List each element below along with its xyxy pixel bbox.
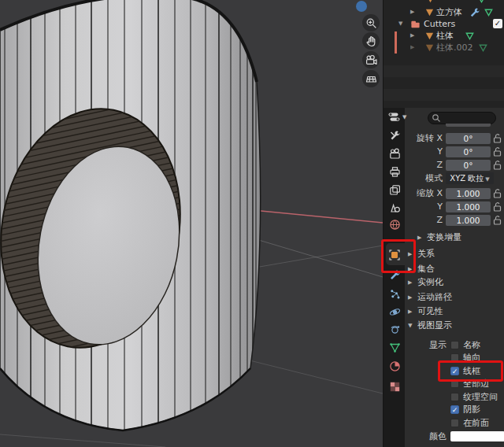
expand-arrow-icon[interactable]: ▶ [410,6,414,18]
exclude-checkbox[interactable]: ✓ [493,19,502,28]
properties-editor: ▼ 旋转 X 0° Y 0° Z 0° 模式 XYZ 欧拉▼ 缩放 X 1.00… [384,108,504,447]
object-name[interactable]: 立方体 [436,6,462,18]
object-name[interactable]: 柱体.002 [436,42,473,54]
all-edges-checkbox[interactable] [450,379,459,388]
outliner-row-partial[interactable] [384,0,504,5]
outliner: ▶ 立方体 ▼ Cutters ✓ ▶ 柱体 [384,0,504,108]
rotation-x-label: 旋转 X [384,133,443,144]
outliner-row-cutters[interactable]: ▼ Cutters ✓ [384,18,504,30]
scale-y-label: Y [384,201,443,212]
mesh-object-icon [424,42,435,53]
display-row-all-edges: 全部边 [384,378,504,390]
in-front-checkbox[interactable] [450,419,459,427]
display-row-name: 显示 名称 [384,339,504,352]
right-panel-column: ▶ 立方体 ▼ Cutters ✓ ▶ 柱体 [383,0,504,447]
modifier-wrench-icon[interactable] [469,7,480,17]
properties-editor-icon [387,111,402,124]
panel-instancing[interactable]: ▶实例化 [384,276,504,289]
panel-arrow-icon: ▶ [417,231,421,244]
display-row-texture-space: 纹理空间 [384,391,504,404]
scale-z-label: Z [384,215,443,226]
rotation-z-label: Z [384,160,443,171]
axis-ball-icon[interactable] [356,1,367,12]
name-checkbox[interactable] [450,341,459,349]
zoom-in-icon [365,17,377,29]
panel-arrow-icon: ▶ [408,276,412,289]
expand-arrow-icon[interactable]: ▶ [410,42,414,54]
panel-viewport-display[interactable]: ▶视图显示 [384,320,504,332]
unlock-icon[interactable] [493,188,502,199]
scale-x-field[interactable]: 1.000 [446,188,491,199]
mesh-data-icon[interactable] [465,31,475,41]
object-name[interactable]: 柱体 [436,30,454,42]
display-row-wireframe: ✓ 线框 [384,365,504,378]
clipped-value-field[interactable] [446,124,491,127]
display-row-axis: 轴向 [384,352,504,364]
mesh-data-icon [476,0,487,4]
wireframe-checkbox[interactable]: ✓ [450,367,459,375]
wireframe-cylinder-scene [0,0,383,447]
mesh-object-icon [424,31,435,41]
unlock-icon[interactable] [493,201,502,212]
display-row-in-front: 在前面 [384,417,504,430]
expand-arrow-icon[interactable]: ▶ [410,30,414,42]
outliner-row-cylinder[interactable]: ▶ 柱体 [384,30,504,42]
rotation-z-field[interactable]: 0° [446,160,491,171]
panel-arrow-icon: ▶ [408,305,412,318]
scale-z-field[interactable]: 1.000 [446,215,491,226]
chevron-down-icon: ▼ [485,176,489,183]
collapse-arrow-icon[interactable]: ▼ [398,18,402,30]
panel-relations[interactable]: ▶关系 [384,248,504,260]
blender-window: ▶ 立方体 ▼ Cutters ✓ ▶ 柱体 [0,0,504,447]
axis-checkbox[interactable] [450,353,459,362]
chevron-down-icon: ▼ [402,114,406,120]
unlock-icon[interactable] [493,146,502,157]
camera-view-icon [365,54,377,66]
rotation-x-field[interactable]: 0° [446,133,491,144]
panel-motion-paths[interactable]: ▶运动路径 [384,291,504,304]
mode-label: 模式 [384,173,443,184]
scale-x-label: 缩放 X [384,188,443,199]
outliner-row-cube[interactable]: ▶ 立方体 [384,6,504,18]
mesh-data-icon[interactable] [478,42,488,53]
collection-icon [410,19,421,29]
panel-arrow-icon: ▶ [408,263,412,275]
camera-view-button[interactable] [362,51,380,68]
mesh-object-icon [424,7,435,17]
unlock-icon[interactable] [493,160,502,171]
panel-arrow-icon: ▶ [404,323,417,327]
pan-view-button[interactable] [362,32,380,50]
texture-space-checkbox[interactable] [450,393,459,401]
shadow-checkbox[interactable]: ✓ [450,405,459,414]
panel-arrow-icon: ▶ [408,248,412,260]
toggle-ortho-grid-icon [365,73,377,85]
rotation-y-label: Y [384,146,443,157]
mesh-object-icon [425,0,435,4]
panel-arrow-icon: ▶ [408,291,412,304]
3d-viewport[interactable] [0,0,383,447]
collection-name[interactable]: Cutters [424,18,455,30]
editor-type-button[interactable]: ▼ [387,110,411,124]
show-label: 显示 [384,339,447,352]
unlock-icon[interactable] [493,215,502,226]
scale-y-field[interactable]: 1.000 [446,201,491,212]
display-row-shadow: ✓ 阴影 [384,404,504,416]
pan-hand-icon [365,35,377,47]
panel-collections[interactable]: ▶集合 [384,263,504,275]
rotation-mode-dropdown[interactable]: XYZ 欧拉▼ [446,172,494,184]
color-swatch[interactable] [450,431,504,441]
panel-visibility[interactable]: ▶可见性 [384,305,504,318]
rotation-y-field[interactable]: 0° [446,146,491,157]
color-label: 颜色 [384,430,447,443]
zoom-in-button[interactable] [362,14,380,31]
search-icon [432,113,441,123]
unlock-icon[interactable] [493,133,502,144]
panel-delta-transform[interactable]: ▶变换增量 [384,231,504,244]
outliner-row-cylinder-002[interactable]: ▶ 柱体.002 [384,42,504,54]
mesh-data-icon[interactable] [484,7,494,17]
display-row-color: 颜色 [384,430,504,443]
toggle-ortho-button[interactable] [362,70,380,87]
